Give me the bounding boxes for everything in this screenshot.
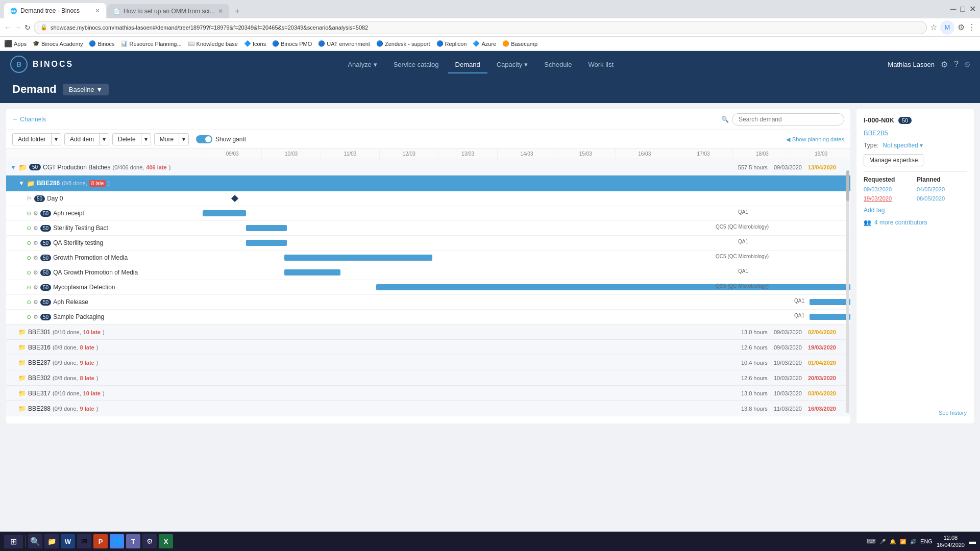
taskbar-powerpoint-icon[interactable]: P <box>93 534 108 548</box>
settings-icon[interactable]: ⚙ <box>941 60 948 69</box>
logout-icon[interactable]: ⎋ <box>965 60 970 69</box>
forward-btn[interactable]: → <box>14 23 21 32</box>
delete-btn-group[interactable]: Delete ▾ <box>112 133 151 145</box>
scrollbar-thumb[interactable] <box>846 170 849 201</box>
help-icon[interactable]: ? <box>954 60 959 69</box>
nav-analyze[interactable]: Analyze ▾ <box>340 57 384 72</box>
rp-type-value[interactable]: Not specified ▾ <box>883 142 923 149</box>
inactive-tab[interactable]: 📄 How to set up an OMM from scr... ✕ <box>107 4 229 18</box>
rp-link[interactable]: BBE285 <box>864 129 888 137</box>
tab-2-close-btn[interactable]: ✕ <box>218 8 223 15</box>
bookmark-resource-planning[interactable]: 📊 Resource Planning... <box>120 40 181 47</box>
taskbar-notification-icon[interactable]: 🔔 <box>890 539 896 544</box>
bookmark-binocs-academy[interactable]: 🎓 Binocs Academy <box>33 40 83 47</box>
mycoplasma-row[interactable]: ⊙ ⚙ 50 Mycoplasma Detection QC5 (QC Micr… <box>6 280 850 295</box>
add-item-btn[interactable]: Add item <box>65 134 100 145</box>
see-history-btn[interactable]: See history <box>939 410 967 416</box>
rp-planned-date1[interactable]: 04/05/2020 <box>917 186 967 192</box>
cgt-batch-row[interactable]: ▼ 📁 50 CGT Production Batches (0/406 don… <box>6 159 850 176</box>
cgt-expand-icon[interactable]: ▼ <box>10 164 16 171</box>
maximize-btn[interactable]: □ <box>960 5 965 14</box>
manage-expertise-btn[interactable]: Manage expertise <box>864 154 923 166</box>
add-tag-btn[interactable]: Add tag <box>864 207 967 214</box>
taskbar-file-icon[interactable]: 📁 <box>44 534 59 548</box>
bookmark-apps[interactable]: ⬛ Apps <box>4 40 27 47</box>
add-item-arrow-btn[interactable]: ▾ <box>100 134 109 145</box>
nav-work-list[interactable]: Work list <box>581 57 621 72</box>
qa-sterility-row[interactable]: ⊙ ⚙ 50 QA Sterility testing QA1 <box>6 236 850 251</box>
taskbar-excel-icon[interactable]: X <box>159 534 173 548</box>
bookmark-binocs[interactable]: 🔵 Binocs <box>89 40 114 47</box>
bbe302-row[interactable]: 📁 BBE302 (0/8 done, 8 late ) 12.6 hours … <box>6 370 850 386</box>
taskbar-keyboard-icon[interactable]: ⌨ <box>867 538 875 545</box>
rp-planned-date2[interactable]: 08/05/2020 <box>917 195 967 202</box>
taskbar-search-icon[interactable]: 🔍 <box>28 534 42 548</box>
bookmark-basecamp[interactable]: 🟠 Basecamp <box>502 40 537 47</box>
channels-link[interactable]: ← Channels <box>12 116 46 123</box>
bookmark-icons[interactable]: 🔷 Icons <box>244 40 266 47</box>
bbe286-row[interactable]: ▼ 📁 BBE286 (0/8 done, 8 late ) <box>6 176 850 191</box>
add-folder-btn-group[interactable]: Add folder ▾ <box>12 133 61 145</box>
bbe317-row[interactable]: 📁 BBE317 (0/10 done, 10 late ) 13.0 hour… <box>6 386 850 401</box>
extensions-icon[interactable]: ⚙ <box>958 22 965 32</box>
new-tab-btn[interactable]: + <box>230 4 244 18</box>
show-gantt-toggle[interactable]: Show gantt <box>196 135 246 143</box>
qa-growth-row[interactable]: ⊙ ⚙ 50 QA Growth Promotion of Media QA1 <box>6 265 850 280</box>
back-btn[interactable]: ← <box>4 23 11 32</box>
tab-close-btn[interactable]: ✕ <box>95 7 100 14</box>
sample-packaging-row[interactable]: ⊙ ⚙ 50 Sample Packaging QA1 <box>6 310 850 324</box>
taskbar-teams-icon[interactable]: T <box>126 534 140 548</box>
bbe288-row[interactable]: 📁 BBE288 (0/9 done, 9 late ) 13.8 hours … <box>6 401 850 416</box>
toggle-switch[interactable] <box>196 135 212 143</box>
rp-requested-date1[interactable]: 09/03/2020 <box>864 186 914 192</box>
taskbar-show-desktop-icon[interactable]: ▬ <box>969 537 976 545</box>
taskbar-word-icon[interactable]: W <box>61 534 75 548</box>
bookmark-knowledge-base[interactable]: 📖 Knowledge base <box>188 40 238 47</box>
bbe301-row[interactable]: 📁 BBE301 (0/10 done, 10 late ) 13.0 hour… <box>6 324 850 340</box>
nav-schedule[interactable]: Schedule <box>537 57 579 72</box>
add-folder-btn[interactable]: Add folder <box>13 134 52 145</box>
more-arrow-btn[interactable]: ▾ <box>179 134 188 145</box>
active-tab[interactable]: 🌐 Demand tree - Binocs ✕ <box>4 3 106 18</box>
day0-row[interactable]: 🏳 50 Day 0 <box>6 191 850 206</box>
reload-btn[interactable]: ↻ <box>24 23 31 32</box>
taskbar-volume-icon[interactable]: 🔊 <box>910 539 916 544</box>
contributors-btn[interactable]: 👥 4 more contributors <box>864 219 967 226</box>
more-btn-group[interactable]: More ▾ <box>154 133 189 145</box>
taskbar-chrome-icon[interactable]: 🌐 <box>110 534 124 548</box>
search-input[interactable] <box>732 113 844 126</box>
bbe286-expand-icon[interactable]: ▼ <box>18 180 24 187</box>
growth-promotion-row[interactable]: ⊙ ⚙ 50 Growth Promotion of Media QC5 (QC… <box>6 251 850 265</box>
start-btn[interactable]: ⊞ <box>4 535 23 548</box>
close-btn[interactable]: ✕ <box>969 4 976 14</box>
nav-capacity[interactable]: Capacity ▾ <box>489 57 535 72</box>
aph-release-row[interactable]: ⊙ ⚙ 50 Aph Release QA1 <box>6 295 850 310</box>
rp-requested-date2[interactable]: 19/03/2020 <box>864 195 914 202</box>
add-folder-arrow-btn[interactable]: ▾ <box>52 134 61 145</box>
address-bar[interactable]: 🔒 showcase.mybinocs.com/mathias-lasoen#/… <box>34 21 927 34</box>
bookmark-star-icon[interactable]: ☆ <box>930 22 937 32</box>
minimize-btn[interactable]: ─ <box>950 5 956 14</box>
more-btn[interactable]: More <box>155 134 179 145</box>
aph-receipt-row[interactable]: ⊙ ⚙ 50 Aph receipt QA1 <box>6 206 850 221</box>
menu-icon[interactable]: ⋮ <box>968 22 976 32</box>
vertical-scrollbar[interactable] <box>846 170 849 413</box>
bookmark-azure[interactable]: 🔷 Azure <box>473 40 496 47</box>
bookmark-replicon[interactable]: 🔵 Replicon <box>436 40 467 47</box>
show-planning-btn[interactable]: ◀ Show planning dates <box>786 136 844 143</box>
baseline-btn[interactable]: Baseline ▼ <box>63 84 109 95</box>
nav-service-catalog[interactable]: Service catalog <box>386 57 446 72</box>
bbe316-row[interactable]: 📁 BBE316 (0/8 done, 8 late ) 12.6 hours … <box>6 340 850 355</box>
bbe287-row[interactable]: 📁 BBE287 (0/9 done, 9 late ) 10.4 hours … <box>6 355 850 370</box>
bookmark-zendesk[interactable]: 🔵 Zendesk - support <box>376 40 430 47</box>
add-item-btn-group[interactable]: Add item ▾ <box>64 133 109 145</box>
delete-arrow-btn[interactable]: ▾ <box>141 134 151 145</box>
delete-btn[interactable]: Delete <box>113 134 141 145</box>
taskbar-clock[interactable]: 12:08 16/04/2020 <box>937 534 965 549</box>
bookmark-uat[interactable]: 🔵 UAT environment <box>318 40 370 47</box>
bookmark-binocs-pmo[interactable]: 🔵 Binocs PMO <box>272 40 312 47</box>
taskbar-settings-icon[interactable]: ⚙ <box>142 534 157 548</box>
taskbar-mail-icon[interactable]: ✉ <box>77 534 91 548</box>
profile-avatar[interactable]: M <box>940 20 954 35</box>
sterility-bact-row[interactable]: ⊙ ⚙ 50 Sterility Testing Bact QC5 (QC Mi… <box>6 221 850 236</box>
